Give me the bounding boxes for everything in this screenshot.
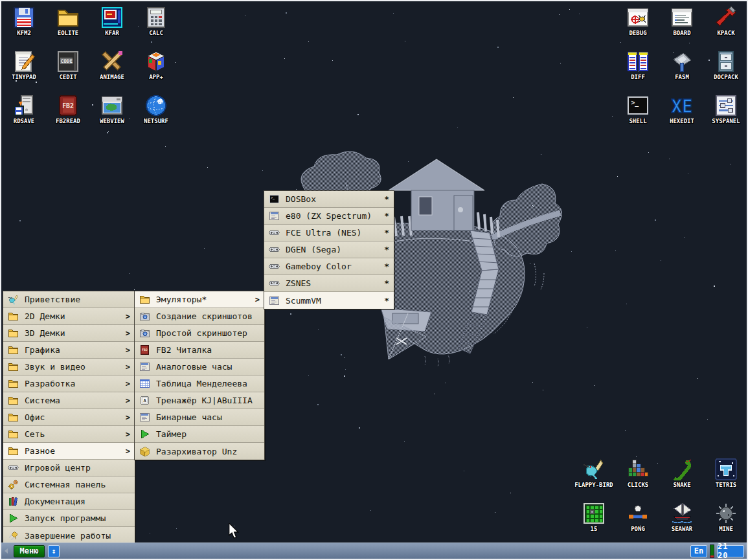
main-menu-item-13[interactable]: Запуск программы — [3, 510, 135, 527]
desktop-icon-webview[interactable]: WEBVIEW — [90, 95, 134, 124]
cpu-usage-indicator[interactable] — [710, 544, 714, 558]
desktop-icon-tetris[interactable]: TETRIS — [704, 458, 748, 488]
emulators-menu-item-6[interactable]: ScummVM* — [264, 292, 394, 309]
emulators-menu-item-3[interactable]: DGEN (Sega)* — [264, 241, 394, 258]
misc-submenu-item-1[interactable]: Создание скриншотов — [135, 308, 264, 325]
main-menu-item-12[interactable]: Документация — [3, 493, 135, 510]
main-menu-item-3[interactable]: Графика> — [3, 342, 135, 359]
desktop-icon-kpack[interactable]: KPACK — [704, 6, 748, 36]
star — [543, 390, 543, 390]
taskbar-collapse-arrow-icon[interactable] — [5, 548, 8, 554]
emulators-menu-item-1[interactable]: e80 (ZX Spectrum)* — [264, 208, 394, 225]
desktop-icon-eolite[interactable]: EOLITE — [46, 6, 90, 36]
main-menu-item-0[interactable]: Приветствие — [3, 291, 135, 308]
desktop-icon-calc[interactable]: CALC — [134, 6, 178, 36]
main-menu-item-14[interactable]: Завершение работы — [3, 527, 135, 544]
desktop-icon-docpack[interactable]: DOCPACK — [704, 50, 748, 80]
star — [513, 97, 514, 98]
desktop-icon-seawar[interactable]: SEAWAR — [660, 502, 704, 532]
keyboard-layout-button[interactable]: En — [690, 545, 707, 557]
gamepad-icon — [269, 227, 280, 238]
desktop-icon-label: HEXEDIT — [660, 118, 704, 124]
star — [408, 161, 409, 162]
submenu-arrow-icon: > — [126, 312, 130, 321]
emulators-menu-item-5[interactable]: ZSNES* — [264, 275, 394, 292]
desktop-icon-animage[interactable]: ANIMAGE — [90, 50, 134, 80]
star — [661, 260, 661, 261]
hexedit-icon: XE — [671, 95, 693, 117]
clock-button[interactable]: 21 20 — [717, 545, 744, 557]
desktop-icon-pong[interactable]: PONG — [616, 502, 660, 532]
misc-submenu-item-7[interactable]: Бинарные часы — [135, 409, 264, 426]
desktop-icon-snake[interactable]: SNAKE — [660, 458, 704, 488]
desktop-icon-label: SNAKE — [660, 482, 704, 488]
emulators-menu-item-0[interactable]: >_DOSBox* — [264, 191, 394, 208]
desktop-icon-netsurf[interactable]: NETSURF — [134, 95, 178, 124]
misc-submenu-item-8[interactable]: Таймер — [135, 426, 264, 443]
main-menu-item-7[interactable]: Офис> — [3, 409, 135, 426]
emulators-menu-item-2[interactable]: FCE Ultra (NES)* — [264, 225, 394, 241]
star — [359, 427, 360, 429]
desktop-icon-label: CALC — [134, 30, 178, 36]
desktop-icon-tinypad[interactable]: TINYPAD — [2, 50, 46, 80]
desktop-icon-15[interactable]: 15 — [572, 502, 616, 532]
misc-submenu-item-0[interactable]: Эмуляторы*> — [135, 291, 264, 308]
clicks-icon — [627, 458, 649, 480]
star — [36, 82, 37, 83]
menu-item-label: Таймер — [156, 429, 260, 439]
misc-submenu-item-2[interactable]: Простой скриншотер — [135, 325, 264, 342]
star — [165, 146, 166, 147]
main-menu-item-9[interactable]: Разное> — [3, 443, 135, 460]
desktop-icon-debug[interactable]: DEBUG — [616, 6, 660, 36]
misc-submenu-item-3[interactable]: FB2FB2 Читалка — [135, 342, 264, 359]
desktop-icon-flappy-bird[interactable]: FLAPPY-BIRD — [572, 458, 616, 488]
star — [617, 176, 618, 177]
emulators-menu: >_DOSBox*e80 (ZX Spectrum)*FCE Ultra (NE… — [264, 190, 394, 309]
submenu-arrow-icon: > — [126, 447, 130, 456]
desktop-icon-hexedit[interactable]: XEHEXEDIT — [660, 95, 704, 124]
star — [332, 60, 333, 61]
desktop-icon-mine[interactable]: MINE — [704, 502, 748, 532]
main-menu-item-11[interactable]: Системная панель — [3, 476, 135, 493]
main-menu-item-4[interactable]: Звук и видео> — [3, 359, 135, 375]
desktop-icon-label: KFM2 — [2, 30, 46, 36]
star — [497, 47, 499, 48]
desktop-icon-fb2read[interactable]: FB2FB2READ — [46, 95, 90, 124]
desktop-icon-board[interactable]: BOARD — [660, 6, 704, 36]
desktop-icon-shell[interactable]: >_SHELL — [616, 95, 660, 124]
start-menu-button[interactable]: Меню — [14, 545, 45, 557]
star — [689, 43, 690, 43]
fasm-icon — [671, 50, 693, 73]
window-switcher-button[interactable]: ↕ — [48, 545, 60, 557]
desktop-icon-kfar[interactable]: KFAR — [90, 6, 134, 36]
desktop-icon-cedit[interactable]: CODECEDIT — [46, 50, 90, 80]
play-icon — [8, 513, 19, 524]
misc-submenu-item-5[interactable]: Таблица Менделеева — [135, 375, 264, 392]
submenu-arrow-icon: > — [126, 396, 130, 405]
star — [510, 493, 511, 493]
main-menu-item-10[interactable]: Игровой центр — [3, 460, 135, 476]
main-menu-item-6[interactable]: Система> — [3, 392, 135, 409]
emulators-menu-item-4[interactable]: Gameboy Color* — [264, 258, 394, 275]
main-menu-item-5[interactable]: Разработка> — [3, 375, 135, 392]
desktop-icon-syspanel[interactable]: SYSPANEL — [704, 95, 748, 124]
menu-item-label: ZSNES — [286, 278, 381, 288]
camera-icon — [139, 328, 150, 339]
misc-submenu-item-4[interactable]: Аналоговые часы — [135, 359, 264, 375]
star — [308, 375, 309, 376]
misc-submenu-item-9[interactable]: Разархиватор Unz — [135, 443, 264, 460]
main-menu-item-8[interactable]: Сеть> — [3, 426, 135, 443]
desktop-icon-app-[interactable]: APP+ — [134, 50, 178, 80]
camera-icon — [139, 311, 150, 322]
star — [357, 114, 359, 115]
main-menu-item-2[interactable]: 3D Демки> — [3, 325, 135, 342]
desktop-icon-rdsave[interactable]: RDSAVE — [2, 95, 46, 124]
desktop-icon-kfm2[interactable]: KFM2 — [2, 6, 46, 36]
star — [341, 354, 342, 355]
menu-item-label: DOSBox — [286, 194, 381, 204]
desktop-icon-fasm[interactable]: FASM — [660, 50, 704, 80]
desktop-icon-diff[interactable]: DIFF — [616, 50, 660, 80]
desktop-icon-clicks[interactable]: CLICKS — [616, 458, 660, 488]
main-menu-item-1[interactable]: 2D Демки> — [3, 308, 135, 325]
misc-submenu-item-6[interactable]: AТренажёр KJ|ABuIIIA — [135, 392, 264, 409]
